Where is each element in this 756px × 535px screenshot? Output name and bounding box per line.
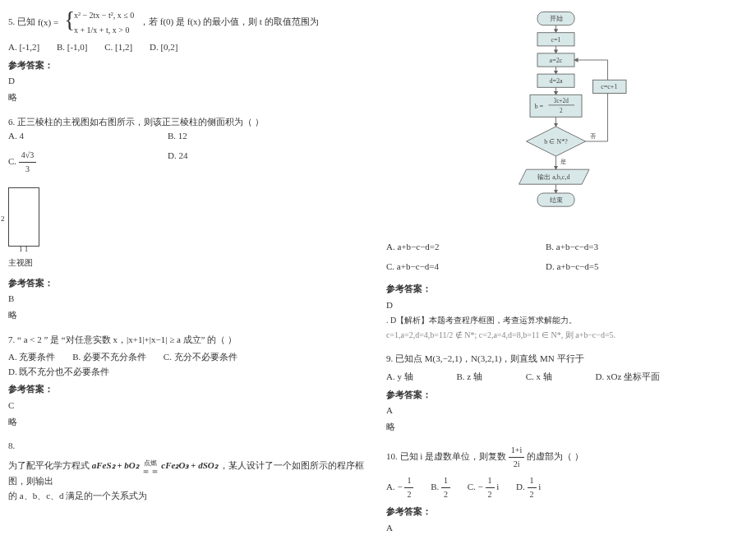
- q10-stem-frac: 1+i 2i: [509, 444, 524, 471]
- q6-choice-a: A. 4: [8, 129, 153, 144]
- q10-d-pre: D.: [516, 482, 527, 491]
- q7-choice-b: B. 必要不充分条件: [72, 350, 146, 365]
- q10-frac-den: 2i: [509, 458, 524, 471]
- flow-yes: 是: [560, 159, 566, 165]
- q10-c-suf: i: [496, 482, 499, 491]
- q10-a-den: 2: [404, 488, 413, 501]
- q7-answer-label: 参考答案：: [8, 382, 370, 397]
- q5-fx: f(x) =: [38, 16, 58, 30]
- q8-choice-a: A. a+b−c−d=2: [386, 240, 531, 255]
- q9-choices: A. y 轴 B. z 轴 C. x 轴 D. xOz 坐标平面: [386, 370, 748, 385]
- q10-c-num: 1: [486, 474, 495, 488]
- q10-b-den: 2: [441, 488, 450, 501]
- q5-choices: A. [-1,2] B. [-1,0] C. [1,2] D. [0,2]: [8, 40, 370, 55]
- q8-line1: 为了配平化学方程式 aFeS₂ + bO₂ 点燃 ＝＝ cFe₂O₃ + dSO…: [8, 459, 370, 489]
- q6-answer-label: 参考答案：: [8, 276, 370, 291]
- q5-answer-label: 参考答案：: [8, 58, 370, 73]
- right-column: 开始 c=1 a=2c d=2a b = 3c+2d 2: [386, 8, 748, 535]
- q10-a-pre: A. −: [386, 482, 404, 491]
- q5-piece1: x² − 2tx − t², x ≤ 0: [74, 11, 134, 20]
- q10-answer-label: 参考答案：: [386, 505, 748, 519]
- q10-b-pre: B.: [431, 482, 441, 491]
- q6-choice-c: C. 4√3 3: [8, 149, 153, 176]
- question-9: 9. 已知点 M(3,−2,1)，N(3,2,1)，则直线 MN 平行于 A. …: [386, 352, 748, 434]
- q5-piece2: x + 1/x + t, x > 0: [74, 25, 129, 35]
- q10-frac-num: 1+i: [509, 444, 524, 458]
- question-6: 6. 正三棱柱的主视图如右图所示，则该正三棱柱的侧面积为（ ） A. 4 B. …: [8, 115, 370, 323]
- question-5: 5. 已知 f(x) = x² − 2tx − t², x ≤ 0 x + 1/…: [8, 8, 370, 105]
- flow-end: 结束: [550, 196, 563, 204]
- q8-choice-b: B. a+b−c−d=3: [546, 240, 690, 255]
- q9-stem: 9. 已知点 M(3,−2,1)，N(3,2,1)，则直线 MN 平行于: [386, 352, 748, 367]
- q8-eq-mid: 点燃 ＝＝: [141, 459, 159, 474]
- q10-c-frac: 1 2: [486, 474, 495, 501]
- q8-explain2: c=1,a=2,d=4,b=11/2 ∉ N*; c=2,a=4,d=8,b=1…: [386, 329, 748, 342]
- q10-d-frac: 1 2: [528, 474, 537, 501]
- q10-b-frac: 1 2: [441, 474, 450, 501]
- q7-choices: A. 充要条件 B. 必要不充分条件 C. 充分不必要条件 D. 既不充分也不必…: [8, 350, 370, 379]
- q6-omit: 略: [8, 308, 370, 323]
- q5-stem: 5. 已知 f(x) = x² − 2tx − t², x ≤ 0 x + 1/…: [8, 8, 370, 37]
- q10-d-suf: i: [538, 482, 541, 491]
- flow-diamond: b ∈ N*?: [544, 138, 568, 145]
- q7-choice-d: D. 既不充分也不必要条件: [8, 365, 109, 380]
- question-8-stem: 8. 为了配平化学方程式 aFeS₂ + bO₂ 点燃 ＝＝ cFe₂O₃ + …: [8, 439, 370, 503]
- q9-answer-label: 参考答案：: [386, 388, 748, 403]
- q6-main-view: 2 1 1 主视图: [8, 187, 370, 270]
- q10-answer: A: [386, 521, 748, 535]
- q10-a-frac: 1 2: [404, 474, 413, 501]
- q9-choice-b: B. z 轴: [456, 370, 482, 385]
- q5-answer: D: [8, 74, 370, 89]
- q8-eq-eq: ＝＝: [141, 468, 159, 474]
- q6-c-pre: C.: [8, 156, 19, 166]
- q8-line2: 的 a、b、c、d 满足的一个关系式为: [8, 489, 370, 504]
- page-root: 5. 已知 f(x) = x² − 2tx − t², x ≤ 0 x + 1/…: [8, 8, 748, 535]
- flow-b4-den: 2: [560, 108, 563, 114]
- q6-choice-b: B. 12: [168, 129, 312, 144]
- q7-stem: 7. “ a < 2 ” 是 “对任意实数 x，|x+1|+|x−1| ≥ a …: [8, 333, 370, 348]
- q8-eq-left: aFeS₂ + bO₂: [92, 460, 139, 470]
- q5-choice-d: D. [0,2]: [150, 40, 178, 55]
- q10-pre: 10. 已知 i 是虚数单位，则复数: [386, 451, 509, 461]
- q8-flowchart: 开始 c=1 a=2c d=2a b = 3c+2d 2: [493, 8, 641, 230]
- q8-choices: A. a+b−c−d=2 B. a+b−c−d=3 C. a+b−c−d=4 D…: [386, 240, 748, 342]
- q6-view-left-label: 2: [1, 213, 5, 224]
- q7-choice-a: A. 充要条件: [8, 350, 55, 365]
- q6-c-num: 4√3: [19, 149, 37, 163]
- question-7: 7. “ a < 2 ” 是 “对任意实数 x，|x+1|+|x−1| ≥ a …: [8, 333, 370, 430]
- q10-a-num: 1: [404, 474, 413, 488]
- q9-omit: 略: [386, 420, 748, 435]
- q9-choice-a: A. y 轴: [386, 370, 413, 385]
- q10-c-den: 2: [486, 488, 495, 501]
- q9-choice-d: D. xOz 坐标平面: [596, 370, 661, 385]
- q5-prefix: 5. 已知: [8, 16, 38, 26]
- q6-view-rect: 2 1 1: [8, 187, 39, 247]
- q10-post: 的虚部为（ ）: [527, 451, 583, 461]
- q6-answer: B: [8, 292, 370, 307]
- q6-c-frac: 4√3 3: [19, 149, 37, 176]
- q5-tail: ，若 f(0) 是 f(x) 的最小值，则 t 的取值范围为: [140, 16, 319, 26]
- q8-answer: D: [386, 298, 748, 313]
- flow-start: 开始: [550, 15, 563, 22]
- q6-c-den: 3: [19, 163, 37, 176]
- flow-b3: d=2a: [549, 77, 563, 85]
- q9-choice-c: C. x 轴: [526, 370, 552, 385]
- q8-choice-c: C. a+b−c−d=4: [386, 260, 531, 274]
- question-10: 10. 已知 i 是虚数单位，则复数 1+i 2i 的虚部为（ ） A. − 1…: [386, 444, 748, 535]
- flowchart-svg: 开始 c=1 a=2c d=2a b = 3c+2d 2: [493, 8, 641, 230]
- q6-choices: A. 4 B. 12 C. 4√3 3 D. 24: [8, 129, 370, 181]
- q8-answer-label: 参考答案：: [386, 282, 748, 297]
- flow-no: 否: [590, 133, 596, 140]
- flow-b4-num: 3c+2d: [554, 98, 569, 104]
- q6-choice-d: D. 24: [168, 149, 312, 176]
- q10-stem: 10. 已知 i 是虚数单位，则复数 1+i 2i 的虚部为（ ）: [386, 444, 748, 471]
- q10-d-den: 2: [528, 488, 537, 501]
- q10-c-pre: C. −: [468, 482, 486, 491]
- q10-choices: A. − 1 2 B. 1 2 C. −: [386, 474, 748, 501]
- left-column: 5. 已知 f(x) = x² − 2tx − t², x ≤ 0 x + 1/…: [8, 8, 370, 535]
- q10-d-num: 1: [528, 474, 537, 488]
- q7-answer: C: [8, 399, 370, 413]
- q8-l1-pre: 为了配平化学方程式: [8, 460, 92, 470]
- flow-b2: a=2c: [550, 57, 563, 64]
- flow-b4-lhs: b =: [534, 103, 543, 110]
